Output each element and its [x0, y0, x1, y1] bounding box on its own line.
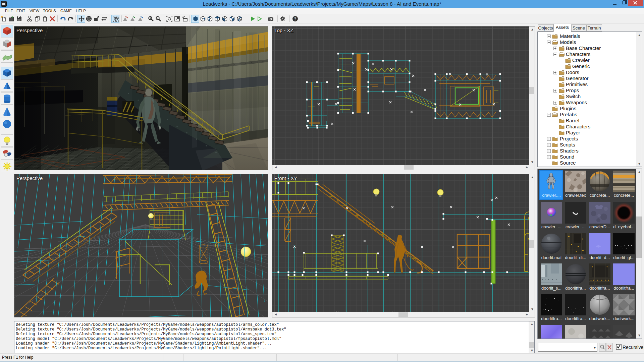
svg-text:?: ? [294, 17, 296, 21]
